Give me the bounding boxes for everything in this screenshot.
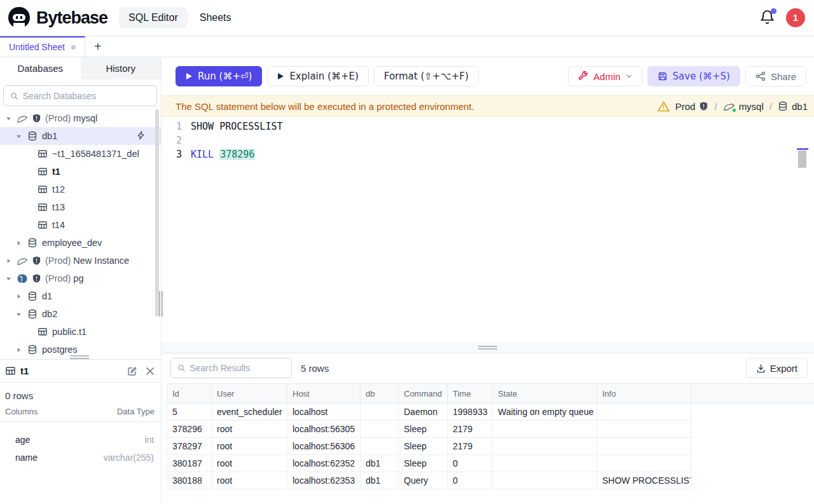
brand-logo[interactable]: Bytebase (0, 6, 107, 29)
breadcrumb-instance[interactable]: mysql (723, 101, 764, 112)
caret-down-icon[interactable] (14, 310, 23, 318)
tree-node-label: (Prod) mysql (45, 113, 97, 123)
mysql-icon (17, 112, 28, 124)
cell: 5 (167, 404, 212, 421)
tree-node-t1[interactable]: t1 (0, 163, 161, 180)
shield-alert-icon (32, 112, 41, 124)
nav-sheets[interactable]: Sheets (190, 7, 241, 29)
share-button[interactable]: Share (745, 66, 806, 86)
results-search-input[interactable] (190, 363, 285, 373)
edit-table-icon[interactable] (127, 365, 138, 377)
tree-node-employee-dev[interactable]: employee_dev (0, 234, 161, 252)
table-icon (5, 365, 16, 376)
bytebase-logo-icon (8, 6, 31, 29)
tab-untitled-sheet[interactable]: Untitled Sheet (0, 36, 85, 57)
avatar[interactable]: 1 (786, 8, 805, 27)
database-search-input[interactable] (23, 91, 150, 101)
tree-node-label: employee_dev (42, 238, 102, 248)
tree-node-d1[interactable]: d1 (0, 287, 161, 305)
tab-databases[interactable]: Databases (0, 57, 81, 79)
close-icon[interactable] (144, 365, 156, 377)
tree-node-label: (Prod) pg (45, 273, 83, 283)
tree-node-t12[interactable]: t12 (0, 180, 161, 198)
caret-down-icon[interactable] (14, 132, 23, 140)
cell: 0 (448, 455, 493, 472)
sidebar-scrollbar[interactable] (155, 109, 159, 317)
cell: 2179 (448, 438, 493, 455)
sheet-tab-label: Untitled Sheet (9, 42, 65, 52)
cell: localhost (287, 404, 361, 421)
table-row[interactable]: 378296rootlocalhost:56305Sleep2179 (167, 421, 814, 438)
caret-down-icon[interactable] (4, 114, 13, 123)
tree-node-db2[interactable]: db2 (0, 305, 161, 323)
cell (493, 455, 597, 472)
admin-button[interactable]: Admin (568, 66, 642, 86)
nav-sql-editor[interactable]: SQL Editor (119, 7, 188, 29)
tree-node-t14[interactable]: t14 (0, 216, 161, 234)
resize-grip-icon (478, 346, 497, 351)
table-row[interactable]: 380187rootlocalhost:62352db1Sleep0 (167, 455, 814, 472)
tree-node-mysql[interactable]: (Prod) mysql (0, 109, 161, 127)
table-row[interactable]: 5event_schedulerlocalhostDaemon1998933Wa… (167, 404, 814, 421)
tree-node-t13[interactable]: t13 (0, 198, 161, 216)
schema-panel-resize-handle[interactable] (70, 355, 89, 360)
environment-label: Prod (675, 101, 696, 112)
column-header-state[interactable]: State (493, 384, 597, 404)
caret-right-icon[interactable] (4, 256, 13, 265)
column-header-id[interactable]: Id (167, 384, 212, 404)
column-header-info[interactable]: Info (597, 384, 691, 404)
breadcrumb-environment[interactable]: Prod (675, 101, 709, 112)
cell: 380187 (167, 455, 212, 472)
explain-button[interactable]: Explain (⌘+E) (267, 66, 368, 86)
tree-node-db1[interactable]: db1 (0, 127, 161, 145)
line-number: 1 (162, 119, 191, 133)
tree-node--t1-1658481371-del[interactable]: ~t1_1658481371_del (0, 145, 161, 163)
table-icon (37, 326, 48, 337)
format-button[interactable]: Format (⇧+⌥+F) (374, 66, 479, 86)
cell: 378297 (167, 438, 212, 455)
column-header-time[interactable]: Time (448, 384, 493, 404)
cell: localhost:62353 (287, 472, 361, 489)
editor-line-3: 3KILL 378296 (162, 147, 814, 161)
new-sheet-button[interactable]: + (85, 36, 111, 57)
results-resize-divider[interactable] (162, 342, 814, 353)
save-button[interactable]: Save (⌘+S) (647, 66, 740, 86)
caret-right-icon[interactable] (14, 345, 23, 354)
results-search[interactable] (170, 358, 292, 378)
column-header-db[interactable]: db (361, 384, 399, 404)
tree-node-public-t1[interactable]: public.t1 (0, 323, 161, 341)
line-number: 3 (162, 147, 191, 161)
tree-node-pg[interactable]: (Prod) pg (0, 269, 161, 287)
share-icon (755, 71, 766, 81)
tab-history[interactable]: History (81, 57, 162, 79)
table-row[interactable]: 380188rootlocalhost:62353db1Query0SHOW P… (167, 472, 814, 489)
save-icon (658, 71, 668, 81)
sql-editor[interactable]: 1SHOW PROCESSLIST23KILL 378296 (162, 117, 814, 342)
run-button[interactable]: Run (⌘+⏎) (176, 66, 262, 86)
tree-node-label: t13 (52, 202, 65, 212)
lightning-icon[interactable] (136, 130, 147, 141)
caret-right-icon[interactable] (14, 238, 23, 247)
breadcrumb-database[interactable]: db1 (778, 101, 808, 112)
editor-scrollbar[interactable] (798, 151, 806, 168)
cell: localhost:62352 (287, 455, 361, 472)
database-icon (27, 344, 38, 355)
column-header-host[interactable]: Host (287, 384, 361, 404)
line-code: KILL 378296 (191, 147, 255, 161)
results-panel: 5 rows Export IdUserHostdbCommandTimeSta… (162, 353, 814, 504)
database-search[interactable] (3, 85, 157, 106)
caret-down-icon[interactable] (4, 274, 13, 283)
caret-right-icon[interactable] (14, 292, 23, 301)
brand-name: Bytebase (36, 8, 107, 28)
notification-bell-icon[interactable] (759, 10, 776, 26)
cell: Waiting on empty queue (493, 404, 597, 421)
sidebar-resize-handle[interactable] (159, 291, 163, 317)
export-button[interactable]: Export (746, 358, 808, 378)
column-header-user[interactable]: User (212, 384, 287, 404)
row-count: 5 rows (301, 363, 329, 374)
editor-cursor-marker (797, 148, 808, 150)
column-header-command[interactable]: Command (399, 384, 448, 404)
tree-node-new-instance[interactable]: (Prod) New Instance (0, 252, 161, 269)
postgres-icon (17, 273, 28, 284)
table-row[interactable]: 378297rootlocalhost:56306Sleep2179 (167, 438, 814, 455)
